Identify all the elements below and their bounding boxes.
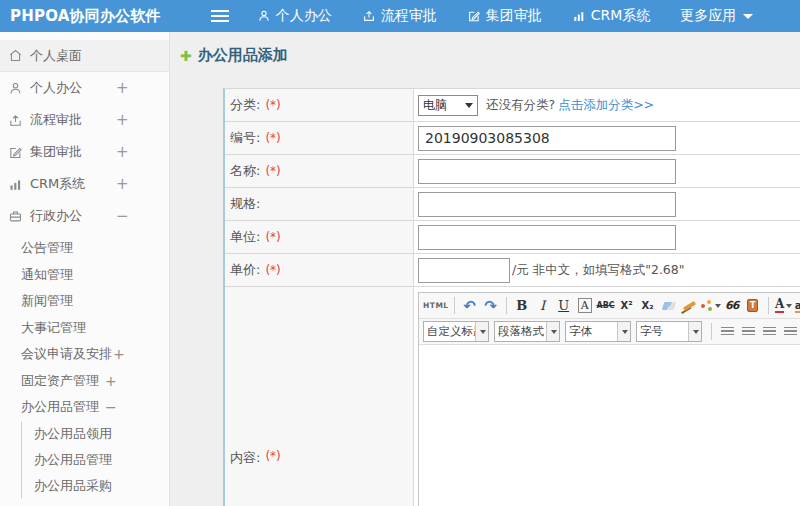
nav-item-label: 个人办公: [276, 7, 332, 25]
paste-plain-button[interactable]: T: [743, 296, 763, 316]
nav-item-label: CRM系统: [591, 7, 651, 25]
color-dots-icon: [701, 300, 713, 311]
custom-heading-select[interactable]: 自定义标题: [423, 321, 489, 342]
select-caret-button: [475, 322, 488, 341]
form-row-category: 分类: (*) 电脑 还没有分类? 点击添加分类>>: [225, 89, 800, 122]
main-content: ✚ 办公用品添加 分类: (*) 电脑 还没有分类? 点击添加分类>> 编号:: [170, 32, 800, 506]
border-text-button[interactable]: A: [575, 296, 595, 316]
edit-icon: [467, 9, 481, 23]
expand-toggle[interactable]: +: [116, 104, 129, 136]
name-field-cell: [414, 155, 800, 187]
sidebar-item-group-approval[interactable]: 集团审批 +: [0, 136, 169, 168]
toolbar-separator: [711, 323, 712, 340]
align-left-button[interactable]: [717, 322, 737, 342]
sidebar-item-news-mgmt[interactable]: 新闻管理: [0, 288, 169, 315]
category-label: 分类: (*): [225, 89, 414, 121]
sidebar-item-office-supplies-mgmt[interactable]: 办公用品管理 −: [0, 394, 169, 421]
sidebar-item-announcement-mgmt[interactable]: 公告管理: [0, 235, 169, 262]
required-mark: (*): [265, 449, 280, 463]
undo-button[interactable]: ↶: [460, 296, 480, 316]
sidebar-item-crm[interactable]: CRM系统 +: [0, 168, 169, 200]
collapse-toggle[interactable]: −: [116, 200, 129, 232]
editor-content-area[interactable]: [419, 345, 800, 506]
expand-toggle[interactable]: +: [116, 136, 129, 168]
paragraph-format-select[interactable]: 段落格式: [494, 321, 560, 342]
nav-item-personal-office[interactable]: 个人办公: [257, 7, 332, 25]
highlight-color-button[interactable]: ab: [795, 296, 800, 316]
page-title: ✚ 办公用品添加: [180, 46, 288, 65]
font-color-button[interactable]: A: [774, 296, 794, 316]
select-caret-icon: [465, 103, 473, 108]
name-input[interactable]: [418, 159, 676, 184]
user-icon: [8, 81, 23, 96]
hamburger-menu-icon[interactable]: [211, 15, 229, 17]
dropdown-caret-icon: [480, 330, 486, 334]
html-source-button[interactable]: HTML: [423, 296, 449, 316]
expand-toggle[interactable]: +: [105, 373, 117, 389]
sidebar-item-personal-office[interactable]: 个人办公 +: [0, 72, 169, 104]
italic-button[interactable]: I: [533, 296, 553, 316]
expand-toggle[interactable]: +: [113, 346, 125, 362]
strikethrough-button[interactable]: ABC: [596, 296, 616, 316]
nav-item-workflow-approval[interactable]: 流程审批: [362, 7, 437, 25]
expand-toggle[interactable]: +: [116, 72, 129, 104]
sidebar-item-meeting-request[interactable]: 会议申请及安排 +: [0, 341, 169, 368]
unit-input[interactable]: [418, 225, 676, 250]
rich-text-editor: HTML ↶ ↷ B I U A ABC X² X₂: [418, 292, 800, 506]
subscript-button[interactable]: X₂: [638, 296, 658, 316]
sidebar-item-notice-mgmt[interactable]: 通知管理: [0, 262, 169, 289]
sidebar-item-memorabilia-mgmt[interactable]: 大事记管理: [0, 315, 169, 342]
brush-icon: [683, 300, 696, 310]
underline-button[interactable]: U: [554, 296, 574, 316]
dropdown-caret-icon: [786, 304, 792, 308]
required-mark: (*): [265, 164, 280, 178]
nav-item-label: 集团审批: [486, 7, 542, 25]
required-mark: (*): [265, 263, 280, 277]
align-center-button[interactable]: [738, 322, 758, 342]
expand-toggle[interactable]: +: [116, 168, 129, 200]
page-title-text: 办公用品添加: [198, 46, 288, 65]
select-label: 字体: [566, 324, 617, 339]
font-family-select[interactable]: 字体: [565, 321, 631, 342]
submenu-label: 公告管理: [21, 239, 73, 257]
nav-item-group-approval[interactable]: 集团审批: [467, 7, 542, 25]
font-size-select[interactable]: 字号: [636, 321, 702, 342]
clipboard-icon: T: [747, 299, 758, 312]
bold-button[interactable]: B: [512, 296, 532, 316]
sidebar-item-personal-desktop[interactable]: 个人桌面: [0, 40, 169, 72]
sidebar-item-fixed-assets-mgmt[interactable]: 固定资产管理 +: [0, 368, 169, 395]
blockquote-button[interactable]: 66: [722, 296, 742, 316]
edit-icon: [8, 145, 23, 160]
price-input[interactable]: [418, 258, 510, 283]
sidebar-item-supplies-manage[interactable]: 办公用品管理: [22, 447, 169, 473]
submenu-label: 通知管理: [21, 266, 73, 284]
sidebar-item-supplies-purchase[interactable]: 办公用品采购: [22, 473, 169, 499]
form-table: 分类: (*) 电脑 还没有分类? 点击添加分类>> 编号: (*): [223, 88, 800, 506]
submenu-label: 办公用品管理: [21, 398, 99, 416]
spec-input[interactable]: [418, 192, 676, 217]
sidebar-item-workflow-approval[interactable]: 流程审批 +: [0, 104, 169, 136]
align-right-button[interactable]: [759, 322, 779, 342]
eraser-icon: [661, 302, 676, 310]
add-category-link[interactable]: 点击添加分类>>: [558, 97, 654, 114]
sidebar-item-label: 个人桌面: [30, 47, 82, 65]
sidebar: 个人桌面 个人办公 + 流程审批 + 集团审批 + CRM系统 + 行政办公 −…: [0, 32, 170, 506]
selected-option: 电脑: [423, 97, 447, 114]
nav-item-more-apps[interactable]: 更多应用: [680, 7, 753, 25]
nav-item-crm[interactable]: CRM系统: [572, 7, 651, 25]
toolbar-separator: [454, 297, 455, 314]
form-row-spec: 规格:: [225, 188, 800, 221]
sidebar-item-supplies-requisition[interactable]: 办公用品领用: [22, 421, 169, 447]
color-effects-button[interactable]: [701, 296, 721, 316]
select-caret-button: [617, 322, 630, 341]
collapse-toggle[interactable]: −: [105, 399, 117, 415]
code-input[interactable]: [418, 126, 676, 151]
redo-button[interactable]: ↷: [481, 296, 501, 316]
category-select[interactable]: 电脑: [418, 95, 478, 116]
format-painter-button[interactable]: [680, 296, 700, 316]
form-row-price: 单价: (*) /元 非中文，如填写格式"2.68": [225, 254, 800, 287]
superscript-button[interactable]: X²: [617, 296, 637, 316]
sidebar-item-admin-office[interactable]: 行政办公 −: [0, 200, 169, 232]
align-justify-button[interactable]: [780, 322, 800, 342]
remove-format-button[interactable]: [659, 296, 679, 316]
